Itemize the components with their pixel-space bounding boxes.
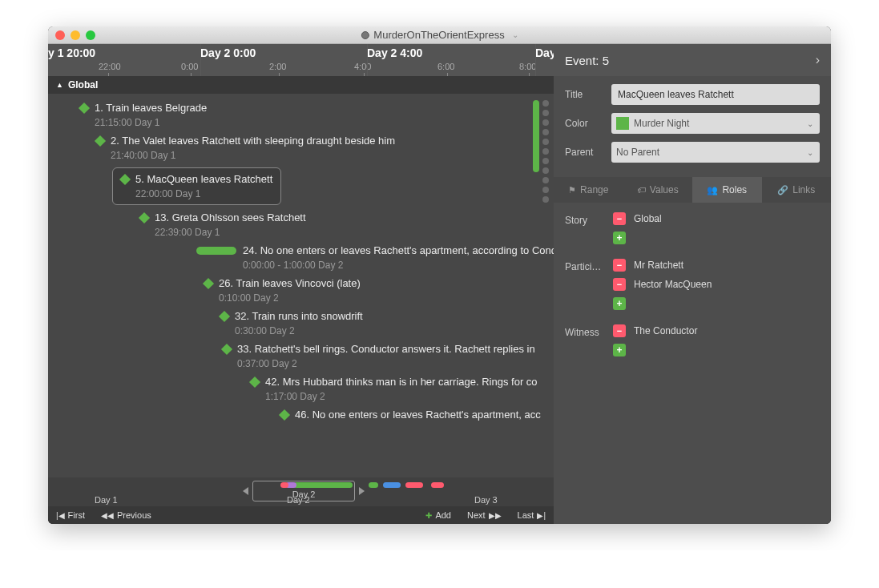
chevron-down-icon: ⌄ [807, 148, 813, 157]
last-button[interactable]: Last▶| [510, 506, 554, 524]
zoom-icon[interactable] [86, 30, 95, 40]
mini-pill [369, 482, 378, 488]
event-time: 21:15:00 Day 1 [95, 117, 546, 128]
mini-day-label: Day 3 [474, 495, 498, 505]
event-item[interactable]: 26. Train leaves Vincovci (late)0:10:00 … [48, 274, 554, 307]
event-title: 46. No one enters or leaves Rachett's ap… [295, 409, 541, 421]
tab-links[interactable]: 🔗Links [762, 177, 832, 203]
title-input[interactable] [611, 84, 820, 105]
links-icon: 🔗 [777, 185, 788, 195]
mini-timeline[interactable]: Day 1Day 2Day 3Day 2 [48, 477, 554, 506]
triangle-right-icon[interactable] [359, 487, 365, 495]
mini-pill [383, 482, 401, 488]
first-button[interactable]: |◀First [48, 506, 93, 524]
diamond-icon [279, 409, 290, 420]
next-button[interactable]: Next▶▶ [459, 506, 510, 524]
parent-select[interactable]: No Parent ⌄ [611, 142, 820, 163]
inspector-panel: Event: 5 › Title Color Murder Night ⌄ [554, 44, 831, 524]
role-item[interactable]: −Global [613, 212, 820, 225]
remove-icon[interactable]: − [613, 212, 626, 225]
event-title: 32. Train runs into snowdrift [235, 310, 363, 322]
next-icon: ▶▶ [489, 511, 502, 520]
chevron-down-icon: ⌄ [807, 119, 813, 128]
event-item[interactable]: 33. Ratchett's bell rings. Conductor ans… [48, 340, 554, 373]
minimize-icon[interactable] [71, 30, 80, 40]
color-swatch [616, 117, 629, 130]
diamond-icon [139, 211, 150, 223]
color-select[interactable]: Murder Night ⌄ [611, 113, 820, 134]
mini-day-label: Day 1 [95, 495, 118, 505]
color-label: Color [565, 118, 603, 129]
add-icon[interactable]: + [613, 232, 626, 244]
tab-range[interactable]: ⚑Range [554, 177, 623, 203]
event-title: 33. Ratchett's bell rings. Conductor ans… [237, 343, 535, 355]
first-icon: |◀ [56, 511, 65, 520]
remove-icon[interactable]: − [613, 259, 626, 272]
timeline-ruler[interactable]: y 1 20:00Day 2 0:00Day 2 4:00Day 22:000:… [48, 44, 554, 76]
event-item[interactable]: 5. MacQueen leaves Ratchett22:00:00 Day … [48, 164, 554, 208]
role-section: Story−Global+ [565, 212, 820, 244]
triangle-left-icon[interactable] [243, 487, 248, 495]
event-time: 0:10:00 Day 2 [219, 292, 546, 304]
role-section: Witness−The Conductor+ [565, 324, 820, 356]
values-icon: 🏷 [637, 185, 646, 195]
event-item[interactable]: 13. Greta Ohlsson sees Ratchett22:39:00 … [48, 208, 554, 241]
event-item[interactable]: 32. Train runs into snowdrift0:30:00 Day… [48, 307, 554, 340]
traffic-lights [48, 30, 95, 40]
event-item[interactable]: 46. No one enters or leaves Rachett's ap… [48, 405, 554, 424]
mini-pill [431, 482, 444, 488]
role-item[interactable]: −Mr Ratchett [613, 259, 820, 272]
event-list: 1. Train leaves Belgrade21:15:00 Day 12.… [48, 94, 554, 477]
event-title: 24. No one enters or leaves Rachett's ap… [243, 244, 554, 256]
event-item[interactable]: 2. The Valet leaves Ratchett with sleepi… [48, 131, 554, 164]
remove-icon[interactable]: − [613, 324, 626, 337]
tab-roles[interactable]: 👥Roles [692, 177, 762, 203]
plus-icon: ✚ [425, 511, 432, 520]
event-time: 0:37:00 Day 2 [237, 358, 546, 369]
event-title: 1. Train leaves Belgrade [95, 102, 207, 114]
range-icon: ⚑ [568, 185, 576, 195]
event-time: 21:40:00 Day 1 [111, 150, 546, 161]
role-label: Witness [565, 324, 603, 356]
tab-values[interactable]: 🏷Values [623, 177, 693, 203]
add-button[interactable]: ✚Add [417, 506, 459, 524]
remove-icon[interactable]: − [613, 278, 626, 291]
chevron-up-icon: ▲ [56, 81, 63, 89]
title-label: Title [565, 89, 603, 100]
event-title: 5. MacQueen leaves Ratchett [135, 173, 272, 185]
document-icon [361, 31, 369, 39]
role-item[interactable]: −Hector MacQueen [613, 278, 820, 291]
scroll-indicator [533, 100, 539, 172]
event-time: 22:39:00 Day 1 [155, 227, 546, 238]
add-icon[interactable]: + [613, 344, 626, 356]
event-time: 0:00:00 - 1:00:00 Day 2 [243, 260, 546, 271]
role-label: Partici… [565, 259, 603, 310]
chevron-down-icon[interactable]: ⌄ [512, 30, 518, 39]
event-title: 13. Greta Ohlsson sees Ratchett [155, 211, 306, 224]
range-icon [196, 247, 236, 255]
previous-button[interactable]: ◀◀Previous [93, 506, 159, 524]
scroll-dots [542, 100, 549, 203]
add-icon[interactable]: + [613, 297, 626, 310]
chevron-right-icon[interactable]: › [816, 53, 820, 67]
event-item[interactable]: 1. Train leaves Belgrade21:15:00 Day 1 [48, 99, 554, 131]
panel-tabs: ⚑Range🏷Values👥Roles🔗Links [554, 177, 831, 203]
close-icon[interactable] [55, 30, 65, 40]
mini-viewport[interactable]: Day 2 [252, 481, 355, 501]
titlebar: MurderOnTheOrientExpress ⌄ [48, 26, 831, 44]
role-section: Partici…−Mr Ratchett−Hector MacQueen+ [565, 259, 820, 310]
diamond-icon [221, 343, 232, 354]
role-item[interactable]: −The Conductor [613, 324, 820, 337]
diamond-icon [249, 376, 260, 387]
event-time: 0:30:00 Day 2 [235, 325, 546, 336]
global-header[interactable]: ▲ Global [48, 76, 554, 94]
panel-header: Event: 5 › [554, 44, 831, 76]
app-window: MurderOnTheOrientExpress ⌄ y 1 20:00Day … [48, 26, 831, 524]
event-title: 42. Mrs Hubbard thinks man is in her car… [265, 376, 538, 388]
prev-icon: ◀◀ [101, 511, 114, 520]
event-item[interactable]: 42. Mrs Hubbard thinks man is in her car… [48, 373, 554, 405]
event-item[interactable]: 24. No one enters or leaves Rachett's ap… [48, 241, 554, 274]
window-title-text: MurderOnTheOrientExpress [373, 29, 504, 41]
global-label: Global [68, 79, 98, 91]
event-title: 26. Train leaves Vincovci (late) [219, 277, 361, 289]
